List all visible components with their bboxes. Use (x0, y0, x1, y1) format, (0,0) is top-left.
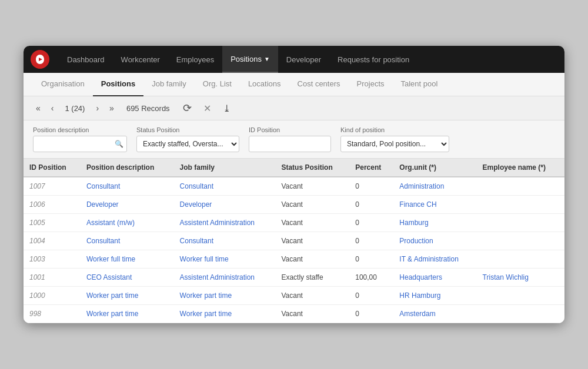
table-row[interactable]: 1007ConsultantConsultantVacant0Administr… (24, 177, 564, 196)
table-cell[interactable]: Worker part time (174, 287, 276, 305)
table-cell[interactable]: Developer (174, 196, 276, 214)
tab-projects[interactable]: Projects (349, 73, 393, 96)
tab-locations[interactable]: Locations (240, 73, 289, 96)
table-cell: 0 (349, 232, 393, 250)
cell-link[interactable]: Worker part time (86, 310, 138, 318)
cell-link[interactable]: Amsterdam (399, 310, 435, 318)
table-cell[interactable]: Headquarters (393, 269, 476, 287)
cell-link[interactable]: CEO Assistant (86, 273, 132, 281)
table-cell (477, 305, 564, 323)
cell-link[interactable]: Finance CH (399, 200, 436, 209)
table-cell: 1007 (24, 177, 81, 196)
nav-developer[interactable]: Developer (278, 46, 329, 73)
status-position-select[interactable]: Exactly staffed, Oversta... (136, 136, 239, 152)
table-cell[interactable]: Consultant (174, 177, 276, 196)
table-row[interactable]: 1004ConsultantConsultantVacant0Productio… (24, 232, 564, 250)
position-description-label: Position description (33, 126, 127, 133)
prev-page-button[interactable]: ‹ (48, 102, 57, 115)
table-cell[interactable]: Consultant (174, 232, 276, 250)
tab-positions[interactable]: Positions (93, 73, 144, 96)
cell-link[interactable]: Consultant (180, 182, 213, 190)
table-cell[interactable]: Administration (393, 177, 476, 196)
table-cell[interactable]: Consultant (81, 177, 174, 196)
tab-talent-pool[interactable]: Talent pool (393, 73, 446, 96)
cell-link[interactable]: Consultant (86, 182, 120, 190)
table-cell[interactable]: Developer (81, 196, 174, 214)
table-cell[interactable]: Tristan Wichlig (477, 269, 564, 287)
refresh-button[interactable]: ⟳ (179, 100, 195, 116)
cell-link[interactable]: Hamburg (399, 219, 428, 227)
cell-link[interactable]: Worker full time (180, 255, 229, 263)
cell-link[interactable]: Administration (399, 182, 444, 190)
table-cell[interactable]: CEO Assistant (81, 269, 174, 287)
search-icon: 🔍 (115, 140, 123, 148)
tab-job-family[interactable]: Job family (143, 73, 195, 96)
cell-link[interactable]: Developer (86, 200, 119, 209)
table-cell[interactable]: Amsterdam (393, 305, 476, 323)
nav-employees[interactable]: Employees (168, 46, 222, 73)
table-cell[interactable]: Assistant (m/w) (81, 214, 174, 232)
table-row[interactable]: 1005Assistant (m/w)Assistent Administrat… (24, 214, 564, 232)
positions-dropdown-arrow: ▼ (264, 56, 270, 62)
table-cell[interactable]: Worker part time (174, 305, 276, 323)
table-cell[interactable]: Finance CH (393, 196, 476, 214)
table-cell[interactable]: Worker part time (81, 287, 174, 305)
cancel-button[interactable]: ✕ (200, 101, 215, 116)
table-cell[interactable]: Production (393, 232, 476, 250)
cell-link[interactable]: Consultant (86, 237, 120, 245)
next-page-button[interactable]: › (93, 102, 102, 115)
cell-link[interactable]: Assistent Administration (180, 273, 255, 281)
table-cell[interactable]: Worker part time (81, 305, 174, 323)
cell-link[interactable]: Assistant (m/w) (86, 219, 135, 227)
position-description-input[interactable] (33, 136, 127, 152)
table-row[interactable]: 1001CEO AssistantAssistent Administratio… (24, 269, 564, 287)
table-cell[interactable]: HR Hamburg (393, 287, 476, 305)
nav-positions[interactable]: Positions ▼ (222, 46, 278, 73)
table-cell: 1004 (24, 232, 81, 250)
table-cell (477, 214, 564, 232)
app-window: Dashboard Workcenter Employees Positions… (24, 46, 564, 323)
table-cell: 1003 (24, 250, 81, 269)
cell-link[interactable]: HR Hamburg (399, 291, 440, 300)
table-cell[interactable]: Worker full time (81, 250, 174, 269)
cell-link[interactable]: Headquarters (399, 273, 442, 281)
tab-org-list[interactable]: Org. List (195, 73, 240, 96)
tab-organisation[interactable]: Organisation (33, 73, 93, 96)
cell-link[interactable]: Worker part time (180, 291, 232, 300)
kind-of-position-label: Kind of position (340, 126, 449, 133)
table-cell[interactable]: Consultant (81, 232, 174, 250)
table-cell (477, 196, 564, 214)
table-row[interactable]: 998Worker part timeWorker part timeVacan… (24, 305, 564, 323)
app-logo (31, 50, 49, 69)
filter-kind-of-position: Kind of position Standard, Pool position… (340, 126, 449, 152)
cell-link[interactable]: Worker part time (86, 291, 138, 300)
cell-link[interactable]: Production (399, 237, 433, 245)
table-row[interactable]: 1006DeveloperDeveloperVacant0Finance CH (24, 196, 564, 214)
table-cell[interactable]: Assistent Administration (174, 269, 276, 287)
last-page-button[interactable]: » (106, 102, 117, 115)
table-cell[interactable]: Assistent Administration (174, 214, 276, 232)
cell-link[interactable]: Worker part time (180, 310, 232, 318)
cell-link[interactable]: IT & Administration (399, 255, 459, 263)
table-cell[interactable]: Hamburg (393, 214, 476, 232)
tab-cost-centers[interactable]: Cost centers (289, 73, 349, 96)
id-position-input[interactable] (249, 136, 331, 152)
nav-workcenter[interactable]: Workcenter (113, 46, 168, 73)
cell-link[interactable]: Developer (180, 200, 212, 209)
cell-link[interactable]: Consultant (180, 237, 213, 245)
table-cell[interactable]: Worker full time (174, 250, 276, 269)
first-page-button[interactable]: « (33, 102, 44, 115)
more-button[interactable]: ⤓ (219, 101, 234, 116)
cell-link[interactable]: Worker full time (86, 255, 135, 263)
cell-link[interactable]: Assistent Administration (180, 219, 255, 227)
nav-dashboard[interactable]: Dashboard (59, 46, 113, 73)
col-job-family: Job family (174, 159, 276, 177)
table-cell: 1000 (24, 287, 81, 305)
table-row[interactable]: 1000Worker part timeWorker part timeVaca… (24, 287, 564, 305)
table-cell (477, 287, 564, 305)
nav-requests[interactable]: Requests for position (329, 46, 417, 73)
cell-link[interactable]: Tristan Wichlig (483, 273, 529, 281)
table-cell[interactable]: IT & Administration (393, 250, 476, 269)
kind-of-position-select[interactable]: Standard, Pool position... (340, 136, 449, 152)
table-row[interactable]: 1003Worker full timeWorker full timeVaca… (24, 250, 564, 269)
